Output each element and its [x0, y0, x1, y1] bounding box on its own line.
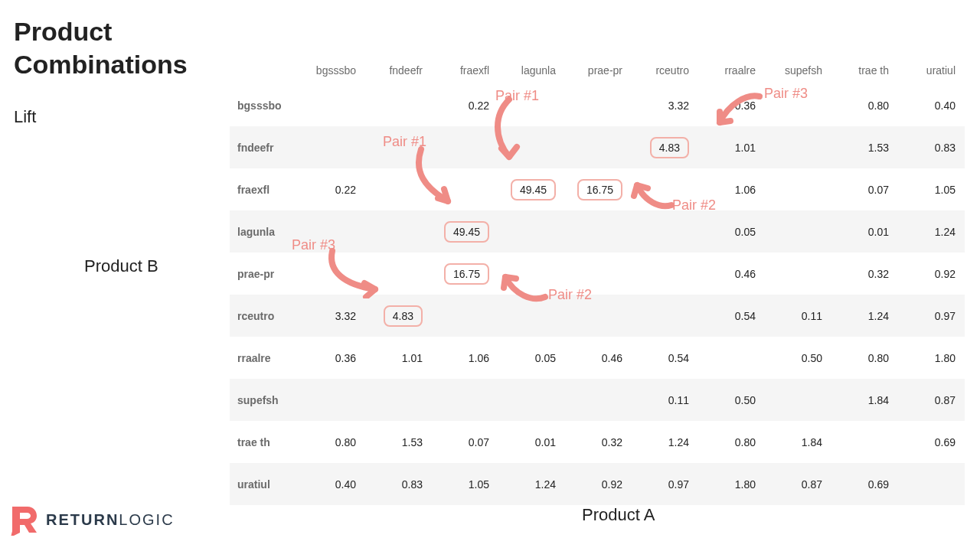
cell-value: 16.75	[577, 179, 622, 201]
cell-value: 0.07	[868, 184, 889, 196]
matrix-cell: 1.05	[898, 168, 965, 210]
matrix-cell	[365, 84, 432, 126]
row-header: prae-pr	[230, 253, 299, 295]
col-header: bgsssbo	[299, 54, 365, 84]
annotation-pair2-bottom: Pair #2	[548, 287, 592, 303]
matrix-cell: 1.80	[698, 463, 765, 505]
matrix-cell	[765, 210, 831, 253]
cell-value: 4.83	[384, 305, 423, 327]
matrix-cell	[565, 379, 632, 421]
cell-value: 0.69	[935, 436, 956, 448]
cell-value: 0.11	[668, 394, 689, 406]
matrix-cell: 0.80	[831, 84, 898, 126]
cell-value: 1.01	[402, 352, 423, 364]
matrix-cell: 0.40	[898, 84, 965, 126]
cell-value: 0.32	[602, 436, 622, 448]
row-header: lagunla	[230, 210, 299, 253]
matrix-cell	[365, 379, 432, 421]
matrix-cell	[432, 126, 498, 168]
lift-matrix: bgsssbofndeefrfraexfllagunlaprae-prrceut…	[230, 54, 965, 505]
matrix-cell: 0.50	[698, 379, 765, 421]
matrix-cell: 0.05	[698, 210, 765, 253]
matrix-cell	[365, 253, 432, 295]
row-header: bgsssbo	[230, 84, 299, 126]
matrix-cell: 0.80	[698, 421, 765, 463]
matrix-cell: 1.24	[898, 210, 965, 253]
cell-value: 0.80	[335, 436, 356, 448]
matrix-cell: 1.84	[765, 421, 831, 463]
cell-value: 0.07	[469, 436, 489, 448]
x-axis-label: Product A	[582, 505, 655, 525]
matrix-cell: 0.83	[898, 126, 965, 168]
col-header: fndeefr	[365, 54, 432, 84]
matrix-cell	[299, 379, 365, 421]
matrix-cell: 3.32	[632, 84, 698, 126]
matrix-cell: 3.32	[299, 295, 365, 337]
table-row: prae-pr16.750.460.320.92	[230, 253, 965, 295]
matrix-cell: 0.87	[898, 379, 965, 421]
annotation-pair2-right: Pair #2	[672, 197, 716, 214]
table-row: lagunla49.450.050.011.24	[230, 210, 965, 253]
cell-value: 4.83	[650, 137, 689, 158]
cell-value: 0.40	[335, 478, 356, 491]
cell-value: 0.36	[735, 99, 756, 112]
row-header: rraalre	[230, 337, 299, 379]
cell-value: 0.97	[935, 310, 956, 322]
matrix-cell: 0.07	[831, 168, 898, 210]
brand-logo-icon	[8, 504, 40, 536]
matrix-cell: 0.36	[698, 84, 765, 126]
cell-value: 0.05	[735, 226, 756, 238]
cell-value: 3.32	[335, 310, 356, 322]
matrix-cell	[565, 84, 632, 126]
matrix-cell	[765, 379, 831, 421]
table-row: rceutro3.324.830.540.111.240.97	[230, 295, 965, 337]
cell-value: 0.50	[802, 352, 822, 364]
row-header: supefsh	[230, 379, 299, 421]
cell-value: 0.80	[868, 99, 889, 112]
col-header: uratiul	[898, 54, 965, 84]
matrix-cell: 0.50	[765, 337, 831, 379]
matrix-cell: 0.46	[565, 337, 632, 379]
cell-value: 0.05	[535, 352, 556, 364]
matrix-cell: 0.97	[898, 295, 965, 337]
matrix-cell: 0.11	[632, 379, 698, 421]
table-row: supefsh0.110.501.840.87	[230, 379, 965, 421]
matrix-cell: 4.83	[365, 295, 432, 337]
matrix-cell: 0.97	[632, 463, 698, 505]
col-header: rceutro	[632, 54, 698, 84]
matrix-cell: 1.53	[365, 421, 432, 463]
matrix-cell	[632, 253, 698, 295]
table-row: fndeefr4.831.011.530.83	[230, 126, 965, 168]
matrix-cell	[632, 210, 698, 253]
table-row: uratiul0.400.831.051.240.920.971.800.870…	[230, 463, 965, 505]
matrix-cell	[632, 295, 698, 337]
cell-value: 1.84	[868, 394, 889, 406]
cell-value: 0.54	[735, 310, 756, 322]
matrix-cell	[432, 168, 498, 210]
col-header: fraexfl	[432, 54, 498, 84]
cell-value: 0.32	[868, 268, 889, 280]
cell-value: 1.84	[802, 436, 822, 448]
matrix-cell: 1.24	[831, 295, 898, 337]
cell-value: 0.97	[668, 478, 689, 491]
cell-value: 1.24	[935, 226, 956, 238]
matrix-cell	[498, 126, 565, 168]
matrix-cell: 1.01	[365, 337, 432, 379]
matrix-cell	[698, 337, 765, 379]
matrix-cell: 16.75	[432, 253, 498, 295]
cell-value: 0.50	[735, 394, 756, 406]
matrix-cell	[765, 253, 831, 295]
matrix-cell	[831, 421, 898, 463]
cell-value: 0.69	[868, 478, 889, 491]
cell-value: 0.01	[868, 226, 889, 238]
cell-value: 0.83	[935, 142, 956, 154]
col-header: lagunla	[498, 54, 565, 84]
col-header: supefsh	[765, 54, 831, 84]
matrix-cell: 0.11	[765, 295, 831, 337]
matrix-cell: 1.05	[432, 463, 498, 505]
cell-value: 0.46	[735, 268, 756, 280]
chart-subtitle: Lift	[14, 107, 36, 127]
matrix-cell: 1.84	[831, 379, 898, 421]
matrix-cell: 0.83	[365, 463, 432, 505]
matrix-cell: 1.80	[898, 337, 965, 379]
